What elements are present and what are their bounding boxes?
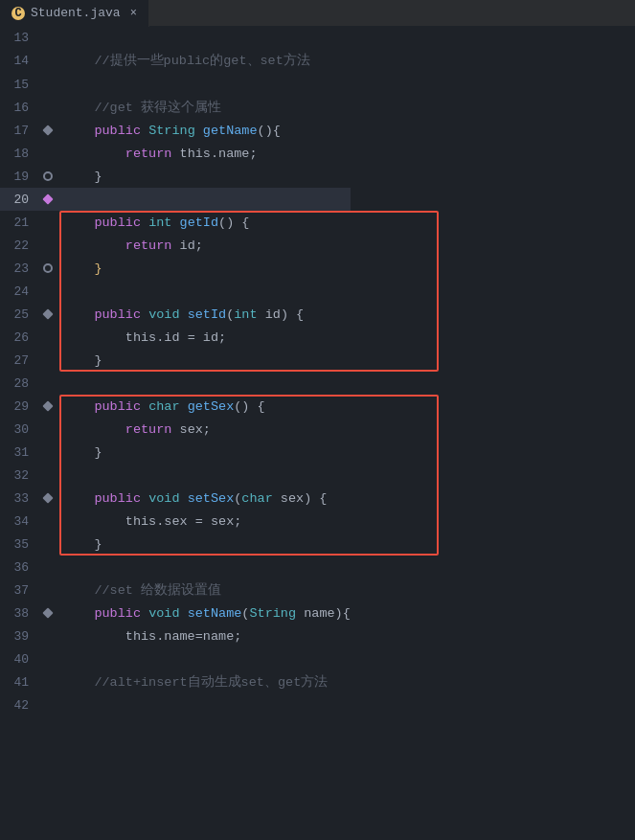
line-number: 21 <box>0 216 36 230</box>
gutter-cell <box>36 126 59 134</box>
line-row: 19 } <box>0 165 351 188</box>
gutter-cell <box>36 609 59 617</box>
line-number: 30 <box>0 422 36 437</box>
line-row: 20 <box>0 188 351 211</box>
line-row: 32 <box>0 464 351 487</box>
line-number: 23 <box>0 261 36 276</box>
line-row: 33 public void setSex(char sex) { <box>0 487 351 510</box>
line-number: 14 <box>0 50 36 73</box>
gutter-cell <box>36 310 59 318</box>
line-row: 41 //alt+insert自动生成set、get方法 <box>0 670 351 693</box>
line-number: 24 <box>0 284 36 299</box>
code-line: return this.name; <box>59 147 258 161</box>
code-line: this.id = id; <box>59 330 226 345</box>
line-row: 15 <box>0 73 351 96</box>
line-row: 35 } <box>0 533 351 556</box>
code-line: this.sex = sex; <box>59 514 241 529</box>
line-number: 15 <box>0 78 36 92</box>
code-line: } <box>59 261 102 276</box>
line-number: 17 <box>0 124 36 138</box>
line-row: 21 public int getId() { <box>0 211 351 234</box>
close-icon[interactable]: × <box>130 7 137 20</box>
line-row: 31 } <box>0 441 351 464</box>
line-number: 42 <box>0 698 36 713</box>
code-line: return sex; <box>59 422 211 437</box>
code-line: } <box>59 353 102 368</box>
code-line: } <box>59 170 102 184</box>
code-line: return id; <box>59 238 203 253</box>
gutter-diamond-icon <box>42 607 53 618</box>
code-line: public int getId() { <box>59 216 249 230</box>
gutter-cell <box>36 195 59 203</box>
line-number: 20 <box>0 193 36 207</box>
line-row: 23 } <box>0 257 351 280</box>
code-line: public char getSex() { <box>59 399 265 414</box>
line-row: 25 public void setId(int id) { <box>0 303 351 326</box>
tab-bar: C Student.java × <box>0 0 635 27</box>
line-row: 29 public char getSex() { <box>0 395 351 418</box>
gutter-circle-icon <box>43 171 53 181</box>
gutter-circle-icon <box>43 263 53 273</box>
line-row: 16 //get 获得这个属性 <box>0 96 351 119</box>
line-row: 22 return id; <box>0 234 351 257</box>
line-row: 18 return this.name; <box>0 142 351 165</box>
line-number: 37 <box>0 583 36 598</box>
line-number: 13 <box>0 27 36 50</box>
line-row: 34 this.sex = sex; <box>0 510 351 533</box>
line-row: 24 <box>0 280 351 303</box>
line-row: 39 this.name=name; <box>0 624 351 647</box>
gutter-diamond-icon <box>42 308 53 319</box>
line-row: 30 return sex; <box>0 418 351 441</box>
line-number: 40 <box>0 652 36 667</box>
line-row: 28 <box>0 372 351 395</box>
gutter-diamond-icon <box>42 400 53 411</box>
line-row: 40 <box>0 647 351 670</box>
line-number: 38 <box>0 606 36 621</box>
gutter-cell <box>36 171 59 181</box>
line-number: 27 <box>0 353 36 368</box>
line-number: 26 <box>0 330 36 345</box>
line-row: 27 } <box>0 349 351 372</box>
line-number: 41 <box>0 675 36 690</box>
code-line: //get 获得这个属性 <box>59 99 221 116</box>
line-row: 14 //提供一些public的get、set方法 <box>0 50 351 73</box>
line-row: 36 <box>0 556 351 579</box>
code-line: //set 给数据设置值 <box>59 581 221 599</box>
file-tab[interactable]: C Student.java × <box>0 0 149 27</box>
line-number: 33 <box>0 491 36 506</box>
line-number: 34 <box>0 514 36 529</box>
line-number: 22 <box>0 238 36 253</box>
code-line: public void setName(String name){ <box>59 606 351 621</box>
line-row: 17 public String getName(){ <box>0 119 351 142</box>
code-line: public void setSex(char sex) { <box>59 491 327 506</box>
gutter-cell <box>36 402 59 410</box>
gutter-diamond-icon <box>42 492 53 503</box>
tab-icon: C <box>11 7 25 20</box>
tab-label: Student.java <box>31 6 121 20</box>
code-line: } <box>59 445 102 460</box>
line-row: 26 this.id = id; <box>0 326 351 349</box>
line-row: 37 //set 给数据设置值 <box>0 579 351 602</box>
line-row: 13 <box>0 27 351 50</box>
code-line: //提供一些public的get、set方法 <box>59 50 310 73</box>
line-number: 25 <box>0 307 36 322</box>
line-number: 32 <box>0 468 36 483</box>
line-number: 18 <box>0 147 36 161</box>
line-number: 35 <box>0 537 36 552</box>
line-number: 39 <box>0 629 36 644</box>
gutter-cell <box>36 494 59 502</box>
line-row: 42 <box>0 693 351 716</box>
editor-area: 13 14 //提供一些public的get、set方法 15 16 <box>0 27 635 840</box>
code-line: //alt+insert自动生成set、get方法 <box>59 673 328 691</box>
line-number: 36 <box>0 560 36 575</box>
line-number: 29 <box>0 399 36 414</box>
code-line: } <box>59 537 102 552</box>
code-line: public String getName(){ <box>59 124 281 138</box>
line-numbers-gutter: 13 14 //提供一些public的get、set方法 15 16 <box>0 27 351 840</box>
gutter-diamond-icon <box>42 125 53 135</box>
line-number: 28 <box>0 376 36 391</box>
gutter-diamond-icon <box>42 193 53 204</box>
line-number: 31 <box>0 445 36 460</box>
code-line: this.name=name; <box>59 629 241 644</box>
line-number: 19 <box>0 170 36 184</box>
